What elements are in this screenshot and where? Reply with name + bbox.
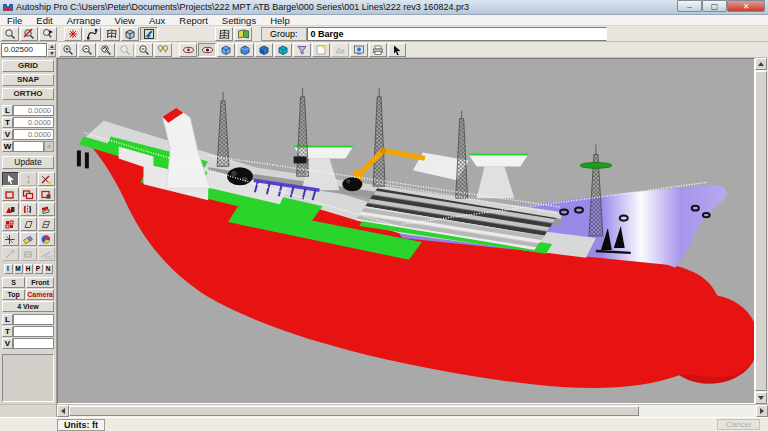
grid-button[interactable]: GRID bbox=[2, 60, 54, 72]
scroll-down-icon[interactable] bbox=[755, 392, 767, 404]
scroll-left-icon[interactable] bbox=[57, 405, 69, 417]
edit-surface-tool[interactable] bbox=[38, 187, 55, 201]
coord-l-label: L bbox=[2, 105, 13, 116]
snap-spinner[interactable]: 0.02500 bbox=[1, 43, 56, 57]
lower-t-label: T bbox=[2, 326, 13, 337]
point-tool-icon[interactable] bbox=[64, 27, 82, 41]
visibility-icon[interactable] bbox=[179, 43, 197, 57]
snap-button[interactable]: SNAP bbox=[2, 74, 54, 86]
render-wire-icon[interactable] bbox=[217, 43, 235, 57]
snap-up-icon[interactable] bbox=[47, 43, 56, 50]
minimize-button[interactable]: – bbox=[677, 0, 702, 12]
menu-report[interactable]: Report bbox=[172, 15, 215, 26]
snap-down-icon[interactable] bbox=[47, 50, 56, 57]
zoom-in-icon[interactable] bbox=[59, 43, 77, 57]
dimension-tool[interactable]: f(x) bbox=[38, 247, 55, 261]
view-camera-button[interactable]: Camera bbox=[26, 289, 54, 300]
zoom-rotate-icon[interactable] bbox=[97, 43, 115, 57]
zoom-pointer-icon[interactable] bbox=[39, 27, 57, 41]
color-tool[interactable] bbox=[38, 232, 55, 246]
mirror-tool[interactable] bbox=[20, 202, 37, 216]
plane-tool[interactable] bbox=[20, 217, 37, 231]
skin-tool[interactable] bbox=[38, 217, 55, 231]
view-front-button[interactable]: Front bbox=[26, 277, 54, 288]
close-button[interactable]: ✕ bbox=[727, 0, 765, 12]
zoom-cancel-icon[interactable] bbox=[20, 27, 38, 41]
new-surface-tool[interactable] bbox=[2, 187, 19, 201]
measure-tool[interactable] bbox=[2, 247, 19, 261]
print-icon[interactable] bbox=[369, 43, 387, 57]
menu-arrange[interactable]: Arrange bbox=[60, 15, 108, 26]
render-hidden-icon[interactable] bbox=[236, 43, 254, 57]
solid-tool-icon[interactable] bbox=[121, 27, 139, 41]
render-view-icon[interactable] bbox=[350, 43, 368, 57]
ortho-button[interactable]: ORTHO bbox=[2, 88, 54, 100]
view-buttons: S Side Front Top Camera 4 View bbox=[2, 277, 54, 312]
coord-t-field[interactable]: 0.0000 bbox=[13, 117, 54, 128]
mode-h-button[interactable]: H bbox=[24, 264, 33, 274]
crop-tool[interactable] bbox=[20, 247, 37, 261]
mask-icon[interactable] bbox=[331, 43, 349, 57]
lower-l-field[interactable] bbox=[13, 314, 54, 325]
zoom-extents-icon[interactable] bbox=[116, 43, 134, 57]
color-book-icon[interactable] bbox=[234, 27, 252, 41]
render-solid-icon[interactable] bbox=[274, 43, 292, 57]
mode-m-button[interactable]: M bbox=[14, 264, 23, 274]
menu-file[interactable]: File bbox=[0, 15, 29, 26]
lower-v-label: V bbox=[2, 338, 13, 349]
horizontal-scroll-thumb[interactable] bbox=[69, 406, 639, 416]
axis-tool[interactable] bbox=[2, 232, 19, 246]
scroll-up-icon[interactable] bbox=[755, 58, 767, 70]
menu-aux[interactable]: Aux bbox=[142, 15, 172, 26]
group-field[interactable]: 0 Barge bbox=[307, 27, 607, 41]
surface-tool-icon[interactable] bbox=[102, 27, 120, 41]
lights-icon[interactable] bbox=[154, 43, 172, 57]
menu-settings[interactable]: Settings bbox=[215, 15, 263, 26]
viewport-3d[interactable] bbox=[57, 58, 755, 404]
horizontal-scrollbar[interactable] bbox=[0, 404, 768, 417]
view-top-button[interactable]: Top bbox=[2, 289, 25, 300]
snap-value[interactable]: 0.02500 bbox=[1, 43, 47, 57]
coord-w-field[interactable] bbox=[13, 141, 44, 152]
lower-v-field[interactable] bbox=[13, 338, 54, 349]
view-4view-button[interactable]: 4 View bbox=[2, 301, 54, 312]
rotate-tool[interactable] bbox=[2, 202, 19, 216]
mode-p-button[interactable]: P bbox=[34, 264, 43, 274]
offset-tool[interactable] bbox=[38, 202, 55, 216]
maximize-button[interactable]: ▢ bbox=[702, 0, 727, 12]
cancel-button[interactable]: Cancel bbox=[717, 419, 760, 430]
zoom-select-icon[interactable] bbox=[1, 27, 19, 41]
curve-tool-icon[interactable] bbox=[83, 27, 101, 41]
select-mode-icon[interactable] bbox=[140, 27, 158, 41]
vertical-scroll-thumb[interactable] bbox=[755, 71, 767, 391]
tool-sidebar: GRID SNAP ORTHO L0.0000 T0.0000 V0.0000 … bbox=[0, 58, 57, 404]
scroll-right-icon[interactable] bbox=[756, 405, 768, 417]
coord-w-button[interactable]: ≡ bbox=[44, 141, 54, 152]
coord-v-field[interactable]: 0.0000 bbox=[13, 129, 54, 140]
menu-help[interactable]: Help bbox=[263, 15, 297, 26]
lower-t-field[interactable] bbox=[13, 326, 54, 337]
select-tool[interactable] bbox=[2, 172, 19, 186]
zoom-window-icon[interactable] bbox=[78, 43, 96, 57]
visibility-on-icon[interactable] bbox=[198, 43, 216, 57]
group-tool[interactable] bbox=[2, 217, 19, 231]
eraser-tool[interactable] bbox=[20, 232, 37, 246]
view-s-side-button[interactable]: S Side bbox=[2, 277, 25, 288]
menu-view[interactable]: View bbox=[108, 15, 142, 26]
update-button[interactable]: Update bbox=[2, 156, 54, 169]
render-shade-icon[interactable] bbox=[255, 43, 273, 57]
cursor-icon[interactable] bbox=[388, 43, 406, 57]
mode-i-button[interactable]: I bbox=[4, 264, 13, 274]
mode-n-button[interactable]: N bbox=[44, 264, 53, 274]
move-tool[interactable] bbox=[20, 172, 37, 186]
menu-edit[interactable]: Edit bbox=[29, 15, 59, 26]
coord-l-field[interactable]: 0.0000 bbox=[13, 105, 54, 116]
trim-tool[interactable] bbox=[38, 172, 55, 186]
vertical-scrollbar[interactable] bbox=[755, 58, 767, 404]
note-icon[interactable] bbox=[312, 43, 330, 57]
mode-buttons: I M H P N bbox=[2, 264, 54, 274]
copy-surface-tool[interactable] bbox=[20, 187, 37, 201]
surfaces-manager-icon[interactable] bbox=[215, 27, 233, 41]
zoom-out-icon[interactable] bbox=[135, 43, 153, 57]
filter-icon[interactable] bbox=[293, 43, 311, 57]
